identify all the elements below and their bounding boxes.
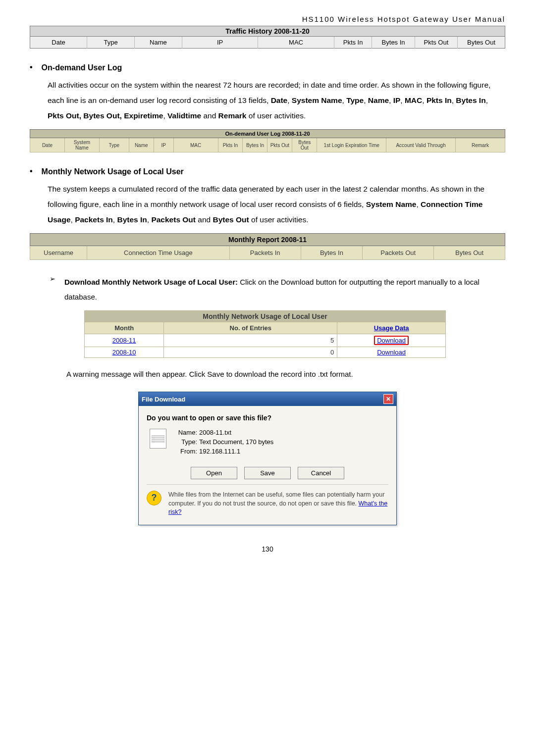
usage-table-title: Monthly Network Usage of Local User: [85, 311, 446, 322]
mr-col-0: Username: [30, 246, 87, 260]
monthly-report-title: Monthly Report 2008-11: [30, 234, 505, 246]
od-col-4: IP: [154, 138, 173, 152]
mr-col-5: Bytes Out: [434, 246, 505, 260]
download-lead: Download Monthly Network Usage of Local …: [64, 275, 505, 304]
col-date: Date: [30, 37, 87, 49]
ondemand-body: All activities occur on the system withi…: [48, 77, 505, 123]
month-link[interactable]: 2008-11: [112, 337, 136, 344]
mr-col-2: Packets In: [229, 246, 301, 260]
od-col-7: Bytes In: [243, 138, 268, 152]
close-icon[interactable]: ✕: [383, 394, 393, 404]
bullet-icon: •: [30, 167, 33, 175]
col-mac: MAC: [258, 37, 334, 49]
ondemand-title: On-demand User Log: [42, 63, 122, 72]
ut-col-1: No. of Entries: [164, 322, 337, 334]
monthly-report-table: Monthly Report 2008-11 Username Connecti…: [30, 233, 505, 260]
usage-data-header-link[interactable]: Usage Data: [374, 324, 409, 332]
od-col-12: Remark: [456, 138, 505, 152]
from-label: From:: [173, 448, 197, 455]
traffic-history-table: Traffic History 2008-11-20 Date Type Nam…: [30, 26, 505, 49]
from-value: 192.168.111.1: [199, 448, 273, 455]
save-button[interactable]: Save: [244, 467, 291, 479]
page-number: 130: [30, 545, 505, 553]
od-col-0: Date: [30, 138, 65, 152]
col-name: Name: [134, 37, 182, 49]
warn-text: While files from the Internet can be use…: [168, 491, 388, 517]
od-col-2: Type: [99, 138, 129, 152]
od-col-6: Pkts In: [218, 138, 243, 152]
bullet-icon: •: [30, 63, 33, 71]
od-col-9: Bytes Out: [292, 138, 317, 152]
col-pkts-out: Pkts Out: [415, 37, 457, 49]
usage-table: Monthly Network Usage of Local User Mont…: [84, 310, 446, 358]
col-type: Type: [87, 37, 135, 49]
mr-col-4: Packets Out: [363, 246, 434, 260]
month-link[interactable]: 2008-10: [112, 349, 136, 356]
col-bytes-in: Bytes In: [372, 37, 415, 49]
od-col-11: Account Valid Through: [386, 138, 456, 152]
ut-col-2: Usage Data: [337, 322, 446, 334]
text-file-icon: [150, 429, 166, 449]
entries-cell: 5: [164, 334, 337, 347]
table-row: 2008-11 5 Download: [85, 334, 446, 347]
download-link[interactable]: Download: [377, 349, 406, 356]
od-col-10: 1st Login Expiration Time: [317, 138, 386, 152]
monthly-body: The system keeps a cumulated record of t…: [48, 181, 505, 227]
download-link[interactable]: Download: [377, 337, 406, 344]
mr-col-3: Bytes In: [301, 246, 363, 260]
ondemand-table-title: On-demand User Log 2008-11-20: [30, 130, 505, 138]
ondemand-table: On-demand User Log 2008-11-20 Date Syste…: [30, 129, 505, 152]
dialog-question: Do you want to open or save this file?: [147, 414, 388, 422]
traffic-history-title: Traffic History 2008-11-20: [30, 26, 505, 37]
name-label: Name:: [173, 429, 197, 436]
open-button[interactable]: Open: [191, 467, 237, 479]
col-bytes-out: Bytes Out: [458, 37, 505, 49]
od-col-8: Pkts Out: [268, 138, 292, 152]
col-pkts-in: Pkts In: [334, 37, 372, 49]
od-col-5: MAC: [173, 138, 218, 152]
after-table-text: A warning message will then appear. Clic…: [66, 367, 505, 382]
question-icon: ?: [147, 491, 161, 505]
entries-cell: 0: [164, 347, 337, 358]
mr-col-1: Connection Time Usage: [87, 246, 230, 260]
doc-header: HS1100 Wireless Hotspot Gateway User Man…: [30, 15, 505, 23]
col-ip: IP: [182, 37, 258, 49]
od-col-3: Name: [129, 138, 154, 152]
dialog-title: File Download: [142, 396, 185, 403]
file-download-dialog: File Download ✕ Do you want to open or s…: [138, 392, 397, 525]
type-label: Type:: [173, 438, 197, 446]
name-value: 2008-11.txt: [199, 429, 273, 436]
type-value: Text Document, 170 bytes: [199, 438, 273, 446]
cancel-button[interactable]: Cancel: [298, 467, 344, 479]
ut-col-0: Month: [85, 322, 164, 334]
chevron-icon: ➢: [50, 275, 55, 283]
table-row: 2008-10 0 Download: [85, 347, 446, 358]
monthly-title: Monthly Network Usage of Local User: [42, 167, 184, 176]
od-col-1: System Name: [64, 138, 99, 152]
